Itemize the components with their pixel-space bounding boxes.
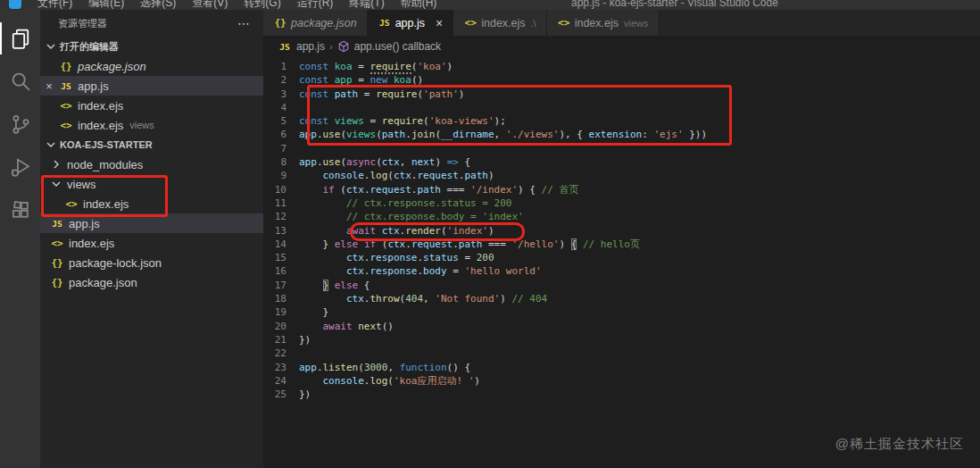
explorer-sidebar: 资源管理器 ⋯ 打开的编辑器 {}package.json×JSapp.js<>…: [40, 10, 263, 468]
open-editor-item-index.ejs[interactable]: <>index.ejs: [40, 96, 263, 115]
line-number: 3: [263, 88, 299, 101]
code-token: .: [453, 238, 459, 250]
tab-package.json[interactable]: {}package.json: [263, 10, 368, 36]
code-token: console: [323, 375, 364, 387]
code-token: path: [464, 170, 488, 181]
vscode-logo-icon: [9, 0, 21, 9]
code-token: ctx: [387, 238, 405, 250]
tab-bar: {}package.jsonJSapp.js×<>index.ejs.\<>in…: [263, 10, 980, 36]
code-token: join: [411, 129, 436, 140]
tab-index.ejs[interactable]: <>index.ejsviews: [547, 10, 660, 36]
extensions-icon[interactable]: [0, 188, 40, 231]
ejs-file-icon: <>: [63, 198, 79, 210]
tab-label: index.ejs: [481, 17, 525, 29]
code-token: [299, 293, 346, 305]
code-token: body: [423, 265, 447, 277]
tab-app.js[interactable]: JSapp.js×: [368, 10, 454, 36]
tree-item-index.ejs[interactable]: <>index.ejs: [40, 233, 263, 253]
more-actions-icon[interactable]: ⋯: [237, 16, 251, 30]
menubar-item[interactable]: 文件(F): [37, 0, 72, 10]
menubar-item[interactable]: 运行(R): [297, 0, 334, 10]
json-file-icon: {}: [58, 61, 74, 72]
code-token: log: [370, 170, 387, 181]
code-line-8: 8app.use(async(ctx, next) => {: [263, 155, 980, 169]
code-token: =: [353, 61, 370, 72]
code-token: =: [358, 88, 376, 100]
code-token: use: [323, 156, 341, 168]
code-editor[interactable]: 1const koa = require('koa')2const app = …: [263, 57, 980, 401]
menubar-item[interactable]: 选择(S): [140, 0, 176, 10]
code-token: [299, 265, 346, 277]
code-token: ===: [482, 238, 511, 250]
menubar-item[interactable]: 编辑(E): [88, 0, 124, 10]
open-editor-item-package.json[interactable]: {}package.json: [40, 56, 263, 76]
tree-item-views[interactable]: views: [40, 174, 263, 194]
json-file-icon: {}: [273, 17, 287, 29]
tree-item-package.json[interactable]: {}package.json: [40, 272, 263, 292]
code-token: }): [299, 389, 311, 400]
line-content: app.listen(3000, function() {: [299, 361, 470, 374]
search-icon[interactable]: [0, 60, 40, 103]
code-token: ) {: [518, 184, 542, 196]
line-content: } else if (ctx.request.path === '/hello'…: [299, 238, 640, 251]
chevron-down-icon: [49, 177, 63, 191]
menubar-item[interactable]: 转到(G): [244, 0, 280, 10]
code-line-3: 3const path = require('path'): [263, 88, 980, 101]
breadcrumb-file[interactable]: app.js: [296, 40, 325, 53]
code-token: log: [370, 375, 387, 387]
tree-item-package-lock.json[interactable]: {}package-lock.json: [40, 253, 263, 272]
code-token: ): [488, 170, 494, 181]
breadcrumb-separator-icon: ›: [329, 41, 333, 52]
menubar-item[interactable]: 终端(T): [349, 0, 384, 10]
explorer-icon[interactable]: [0, 17, 40, 60]
code-token: ,: [400, 156, 411, 168]
breadcrumb-symbol[interactable]: app.use() callback: [354, 40, 441, 53]
code-line-13: 13 await ctx.render('index'): [263, 224, 980, 238]
tree-item-app.js[interactable]: JSapp.js: [40, 213, 263, 233]
code-token: (: [441, 225, 447, 237]
file-suffix: views: [129, 120, 154, 130]
ejs-file-icon: <>: [49, 238, 65, 249]
code-token: (: [340, 156, 346, 168]
code-token: ), {: [559, 129, 588, 140]
code-token: (): [411, 74, 423, 86]
code-token: }): [299, 334, 311, 346]
menubar-item[interactable]: 帮助(H): [401, 0, 437, 10]
source-control-icon[interactable]: [0, 103, 40, 146]
code-token: ctx: [394, 170, 411, 181]
tree-item-index.ejs[interactable]: <>index.ejs: [40, 194, 263, 213]
code-token: 3000: [364, 362, 388, 373]
close-icon[interactable]: ×: [436, 16, 443, 30]
code-token: ): [447, 61, 453, 72]
close-icon[interactable]: ×: [40, 79, 58, 93]
code-token: path: [382, 129, 406, 140]
code-token: =: [353, 74, 370, 86]
line-number: 23: [263, 361, 299, 374]
code-token: .: [317, 129, 323, 140]
code-token: (: [340, 129, 346, 140]
code-line-25: 25}): [263, 388, 980, 401]
project-root-header[interactable]: KOA-EJS-STARTER: [40, 135, 263, 155]
code-token: (: [358, 362, 364, 373]
code-token: response: [370, 265, 417, 277]
code-token: ): [559, 238, 570, 250]
code-token: ): [474, 375, 480, 387]
code-token: throw: [370, 293, 399, 305]
code-token: ctx: [382, 156, 400, 168]
tab-index.ejs[interactable]: <>index.ejs.\: [453, 10, 546, 36]
code-token: () {: [447, 362, 471, 373]
line-number: 1: [263, 60, 299, 73]
run-debug-icon[interactable]: [0, 146, 40, 188]
line-number: 19: [263, 305, 299, 319]
code-token: [376, 225, 382, 237]
open-editors-header[interactable]: 打开的编辑器: [40, 37, 263, 56]
line-number: 18: [263, 292, 299, 305]
open-editor-item-app.js[interactable]: ×JSapp.js: [40, 76, 263, 96]
open-editor-item-index.ejs[interactable]: <>index.ejsviews: [40, 115, 263, 135]
code-token: await: [346, 225, 376, 237]
tree-item-node_modules[interactable]: node_modules: [40, 155, 263, 174]
menubar-item[interactable]: 查看(V): [192, 0, 228, 10]
code-token: =: [447, 265, 465, 277]
code-token: (: [435, 129, 441, 140]
line-number: 10: [263, 183, 299, 196]
